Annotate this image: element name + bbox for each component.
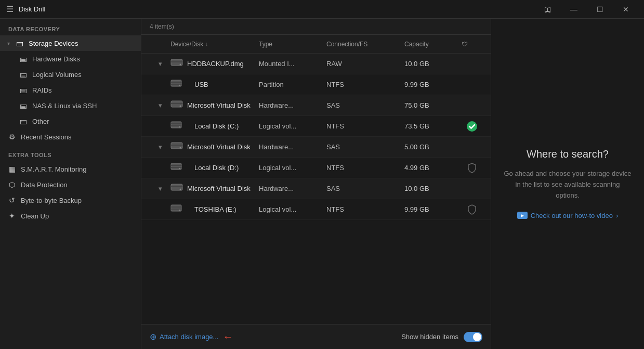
bottom-bar: ⊕ Attach disk image... ← Show hidden ite… xyxy=(141,324,491,349)
sidebar-item-recent-sessions[interactable]: ⚙ Recent Sessions xyxy=(0,129,141,145)
sidebar-item-storage-devices[interactable]: ▾ 🖴 Storage Devices xyxy=(0,35,141,51)
svg-rect-27 xyxy=(171,209,181,210)
disk-type: Logical vol... xyxy=(259,164,326,172)
sidebar-data-protection-label: Data Protection xyxy=(21,181,68,189)
table-row[interactable]: ▾ Microsoft Virtual DiskHardware...SAS5.… xyxy=(141,137,491,158)
disk-connection: NTFS xyxy=(326,122,404,130)
svg-point-21 xyxy=(179,168,180,169)
disk-type: Hardware... xyxy=(259,185,326,192)
sidebar-item-cleanup[interactable]: ✦ Clean Up xyxy=(0,208,141,224)
table-header: Device/Disk ↓ Type Connection/FS Capacit… xyxy=(141,35,491,54)
sidebar-byte-backup-label: Byte-to-byte Backup xyxy=(21,197,82,204)
disk-connection: SAS xyxy=(326,143,404,151)
where-description: Go ahead and choose your storage device … xyxy=(504,169,632,201)
sidebar-item-nas[interactable]: 🖴 NAS & Linux via SSH xyxy=(0,98,141,113)
disk-name-text: Local Disk (C:) xyxy=(186,122,239,130)
disk-capacity: 75.0 GB xyxy=(404,101,462,109)
sort-arrow-icon: ↓ xyxy=(205,41,208,47)
table-row[interactable]: Local Disk (D:)Logical vol...NTFS4.99 GB xyxy=(141,158,491,178)
disk-capacity: 4.99 GB xyxy=(404,164,462,172)
menu-icon[interactable]: ☰ xyxy=(6,4,14,14)
disk-type: Partition xyxy=(259,81,326,88)
svg-rect-8 xyxy=(171,103,182,104)
sidebar-other-label: Other xyxy=(32,118,49,125)
sidebar-item-byte-backup[interactable]: ↺ Byte-to-byte Backup xyxy=(0,192,141,208)
disk-type: Logical vol... xyxy=(259,205,326,213)
col-device-header[interactable]: Device/Disk ↓ xyxy=(170,41,259,48)
disk-capacity: 9.99 GB xyxy=(404,205,462,213)
disk-icon xyxy=(170,121,182,132)
sidebar-item-hardware-disks[interactable]: 🖴 Hardware Disks xyxy=(0,51,141,67)
attach-disk-image-button[interactable]: ⊕ Attach disk image... xyxy=(150,332,218,342)
sidebar-item-raids[interactable]: 🖴 RAIDs xyxy=(0,82,141,98)
disk-connection: NTFS xyxy=(326,205,404,213)
sidebar-recent-sessions-label: Recent Sessions xyxy=(21,133,72,141)
sidebar-section-data-recovery: Data Recovery xyxy=(0,19,141,35)
table-row[interactable]: USBPartitionNTFS9.99 GB xyxy=(141,74,491,95)
app-title: Disk Drill xyxy=(19,5,45,13)
disk-name-text: USB xyxy=(186,81,208,88)
expand-icon[interactable]: ▾ xyxy=(150,101,170,109)
col-capacity-header[interactable]: Capacity xyxy=(404,41,462,48)
disk-connection: NTFS xyxy=(326,81,404,88)
disk-name-text: Microsoft Virtual Disk xyxy=(187,185,251,192)
svg-point-13 xyxy=(179,126,180,127)
svg-rect-20 xyxy=(171,167,181,168)
table-row[interactable]: ▾ HDDBACKUP.dmgMounted I...RAW10.0 GB xyxy=(141,54,491,74)
how-to-video-link[interactable]: ▶ Check out our how-to video › xyxy=(504,212,632,219)
sidebar-item-smart[interactable]: ▦ S.M.A.R.T. Monitoring xyxy=(0,161,141,177)
table-row[interactable]: ▾ Microsoft Virtual DiskHardware...SAS75… xyxy=(141,95,491,116)
sidebar-item-other[interactable]: 🖴 Other xyxy=(0,113,141,129)
show-hidden-label: Show hidden items xyxy=(401,333,458,341)
disk-name-cell: Microsoft Virtual Disk xyxy=(170,183,259,195)
disk-name-cell: Microsoft Virtual Disk xyxy=(170,99,259,111)
attach-label: Attach disk image... xyxy=(160,333,218,341)
svg-point-14 xyxy=(467,121,477,132)
sidebar-item-data-protection[interactable]: ⬡ Data Protection xyxy=(0,177,141,192)
disk-connection: NTFS xyxy=(326,164,404,172)
other-icon: 🖴 xyxy=(19,117,28,125)
disk-connection: SAS xyxy=(326,185,404,192)
svg-rect-19 xyxy=(171,165,181,166)
how-to-link-text: Check out our how-to video xyxy=(531,212,613,219)
attach-icon: ⊕ xyxy=(150,332,156,342)
svg-point-24 xyxy=(180,189,181,190)
arrow-indicator-icon: ← xyxy=(222,331,233,343)
expand-icon[interactable]: ▾ xyxy=(150,60,170,68)
show-hidden-items: Show hidden items xyxy=(401,332,482,342)
logical-volume-icon: 🖴 xyxy=(19,70,28,79)
col-type-header[interactable]: Type xyxy=(259,41,326,48)
disk-name-cell: Local Disk (C:) xyxy=(170,121,259,132)
book-button[interactable]: 🕮 xyxy=(536,0,560,19)
svg-rect-5 xyxy=(171,84,181,85)
maximize-button[interactable]: ☐ xyxy=(588,0,612,19)
disk-status xyxy=(462,204,482,215)
window-controls: 🕮 — ☐ ✕ xyxy=(536,0,638,19)
close-button[interactable]: ✕ xyxy=(614,0,638,19)
expand-icon[interactable]: ▾ xyxy=(150,143,170,151)
disk-capacity: 10.0 GB xyxy=(404,185,462,192)
sidebar-item-logical-volumes[interactable]: 🖴 Logical Volumes xyxy=(0,67,141,82)
svg-rect-1 xyxy=(171,61,182,62)
expand-icon[interactable]: ▾ xyxy=(150,185,170,192)
table-row[interactable]: TOSHIBA (E:)Logical vol...NTFS9.99 GB xyxy=(141,199,491,220)
svg-rect-26 xyxy=(171,206,181,208)
recent-sessions-icon: ⚙ xyxy=(7,133,17,141)
where-to-search: Where to search? Go ahead and choose you… xyxy=(504,148,632,219)
table-row[interactable]: Local Disk (C:)Logical vol...NTFS73.5 GB xyxy=(141,116,491,137)
disk-connection: SAS xyxy=(326,101,404,109)
sidebar-nas-label: NAS & Linux via SSH xyxy=(32,102,97,110)
item-count: 4 item(s) xyxy=(150,23,174,30)
svg-rect-16 xyxy=(171,145,182,146)
smart-icon: ▦ xyxy=(7,165,17,173)
table-row[interactable]: ▾ Microsoft Virtual DiskHardware...SAS10… xyxy=(141,178,491,199)
sidebar-cleanup-label: Clean Up xyxy=(21,212,49,220)
chevron-down-icon: ▾ xyxy=(7,41,10,46)
toggle-knob xyxy=(473,333,481,341)
sidebar-raids-label: RAIDs xyxy=(32,86,52,94)
disk-icon xyxy=(170,99,183,111)
shield-header-icon: 🛡 xyxy=(462,41,468,48)
minimize-button[interactable]: — xyxy=(562,0,586,19)
show-hidden-toggle[interactable] xyxy=(464,332,482,342)
col-connection-header[interactable]: Connection/FS xyxy=(326,41,404,48)
